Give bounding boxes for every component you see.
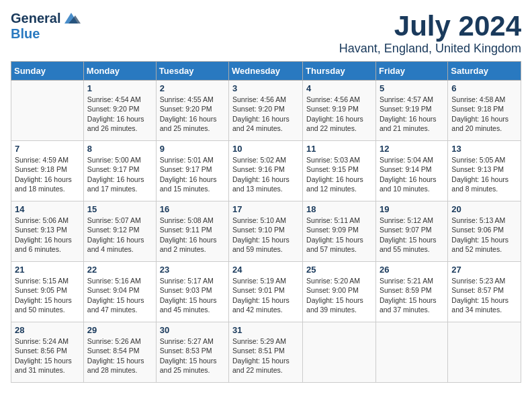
calendar-cell: 26Sunrise: 5:21 AM Sunset: 8:59 PM Dayli… (375, 262, 447, 322)
calendar-cell: 24Sunrise: 5:19 AM Sunset: 9:01 PM Dayli… (229, 262, 303, 322)
day-content: Sunrise: 5:19 AM Sunset: 9:01 PM Dayligh… (232, 276, 299, 314)
day-number: 16 (160, 204, 225, 214)
calendar-cell: 4Sunrise: 4:56 AM Sunset: 9:19 PM Daylig… (303, 81, 376, 141)
logo-general-text: General (11, 11, 60, 26)
day-content: Sunrise: 4:57 AM Sunset: 9:19 PM Dayligh… (380, 95, 444, 133)
day-number: 18 (306, 204, 372, 214)
day-number: 19 (380, 204, 444, 214)
day-number: 6 (451, 83, 517, 93)
day-content: Sunrise: 5:15 AM Sunset: 9:05 PM Dayligh… (15, 276, 80, 314)
day-content: Sunrise: 5:26 AM Sunset: 8:54 PM Dayligh… (87, 336, 152, 375)
calendar-table: SundayMondayTuesdayWednesdayThursdayFrid… (11, 61, 521, 383)
logo-blue-text: Blue (11, 26, 40, 42)
day-content: Sunrise: 4:56 AM Sunset: 9:19 PM Dayligh… (306, 95, 372, 133)
weekday-header-monday: Monday (83, 62, 156, 81)
calendar-cell: 10Sunrise: 5:02 AM Sunset: 9:16 PM Dayli… (229, 141, 303, 201)
calendar-cell: 27Sunrise: 5:23 AM Sunset: 8:57 PM Dayli… (448, 262, 521, 322)
day-content: Sunrise: 5:12 AM Sunset: 9:07 PM Dayligh… (380, 216, 444, 254)
calendar-cell: 9Sunrise: 5:01 AM Sunset: 9:17 PM Daylig… (156, 141, 228, 201)
day-number: 2 (160, 83, 225, 93)
day-content: Sunrise: 5:06 AM Sunset: 9:13 PM Dayligh… (15, 216, 80, 254)
calendar-cell: 30Sunrise: 5:27 AM Sunset: 8:53 PM Dayli… (156, 322, 228, 383)
calendar-cell: 31Sunrise: 5:29 AM Sunset: 8:51 PM Dayli… (229, 322, 303, 383)
location-title: Havant, England, United Kingdom (339, 42, 521, 56)
calendar-cell: 2Sunrise: 4:55 AM Sunset: 9:20 PM Daylig… (156, 81, 228, 141)
day-content: Sunrise: 5:29 AM Sunset: 8:51 PM Dayligh… (232, 336, 299, 375)
calendar-cell: 21Sunrise: 5:15 AM Sunset: 9:05 PM Dayli… (11, 262, 84, 322)
header: General Blue July 2024 Havant, England, … (11, 11, 521, 56)
day-number: 5 (380, 83, 444, 93)
weekday-header-sunday: Sunday (11, 62, 84, 81)
calendar-cell: 1Sunrise: 4:54 AM Sunset: 9:20 PM Daylig… (83, 81, 156, 141)
calendar-cell: 14Sunrise: 5:06 AM Sunset: 9:13 PM Dayli… (11, 201, 84, 262)
logo: General Blue (11, 11, 81, 42)
day-number: 3 (232, 83, 299, 93)
day-number: 21 (15, 265, 80, 275)
day-number: 1 (87, 83, 152, 93)
title-area: July 2024 Havant, England, United Kingdo… (339, 11, 521, 56)
calendar-cell: 25Sunrise: 5:20 AM Sunset: 9:00 PM Dayli… (303, 262, 376, 322)
calendar-cell: 6Sunrise: 4:58 AM Sunset: 9:18 PM Daylig… (448, 81, 521, 141)
logo-icon (62, 11, 81, 26)
day-number: 7 (15, 144, 80, 154)
day-content: Sunrise: 5:07 AM Sunset: 9:12 PM Dayligh… (87, 216, 152, 254)
day-content: Sunrise: 5:11 AM Sunset: 9:09 PM Dayligh… (306, 216, 372, 254)
calendar-cell: 20Sunrise: 5:13 AM Sunset: 9:06 PM Dayli… (448, 201, 521, 262)
day-content: Sunrise: 5:04 AM Sunset: 9:14 PM Dayligh… (380, 155, 444, 193)
day-number: 14 (15, 204, 80, 214)
weekday-header-tuesday: Tuesday (156, 62, 228, 81)
day-content: Sunrise: 5:02 AM Sunset: 9:16 PM Dayligh… (232, 155, 299, 193)
calendar-cell: 19Sunrise: 5:12 AM Sunset: 9:07 PM Dayli… (375, 201, 447, 262)
day-content: Sunrise: 5:24 AM Sunset: 8:56 PM Dayligh… (15, 336, 80, 375)
day-content: Sunrise: 5:17 AM Sunset: 9:03 PM Dayligh… (160, 276, 225, 314)
calendar-cell (11, 81, 84, 141)
day-content: Sunrise: 4:58 AM Sunset: 9:18 PM Dayligh… (451, 95, 517, 133)
weekday-header-row: SundayMondayTuesdayWednesdayThursdayFrid… (11, 62, 521, 81)
day-number: 17 (232, 204, 299, 214)
weekday-header-wednesday: Wednesday (229, 62, 303, 81)
calendar-cell: 29Sunrise: 5:26 AM Sunset: 8:54 PM Dayli… (83, 322, 156, 383)
day-content: Sunrise: 4:59 AM Sunset: 9:18 PM Dayligh… (15, 155, 80, 193)
day-number: 15 (87, 204, 152, 214)
calendar-cell: 5Sunrise: 4:57 AM Sunset: 9:19 PM Daylig… (375, 81, 447, 141)
day-number: 20 (451, 204, 517, 214)
calendar-cell: 3Sunrise: 4:56 AM Sunset: 9:20 PM Daylig… (229, 81, 303, 141)
day-content: Sunrise: 5:05 AM Sunset: 9:13 PM Dayligh… (451, 155, 517, 193)
day-content: Sunrise: 5:01 AM Sunset: 9:17 PM Dayligh… (160, 155, 225, 193)
day-number: 25 (306, 265, 372, 275)
day-number: 23 (160, 265, 225, 275)
calendar-cell: 13Sunrise: 5:05 AM Sunset: 9:13 PM Dayli… (448, 141, 521, 201)
day-content: Sunrise: 5:27 AM Sunset: 8:53 PM Dayligh… (160, 336, 225, 375)
calendar-cell: 22Sunrise: 5:16 AM Sunset: 9:04 PM Dayli… (83, 262, 156, 322)
day-number: 12 (380, 144, 444, 154)
week-row-1: 1Sunrise: 4:54 AM Sunset: 9:20 PM Daylig… (11, 81, 521, 141)
day-number: 8 (87, 144, 152, 154)
day-number: 24 (232, 265, 299, 275)
day-number: 29 (87, 325, 152, 335)
calendar-cell: 23Sunrise: 5:17 AM Sunset: 9:03 PM Dayli… (156, 262, 228, 322)
day-content: Sunrise: 5:03 AM Sunset: 9:15 PM Dayligh… (306, 155, 372, 193)
day-number: 9 (160, 144, 225, 154)
week-row-3: 14Sunrise: 5:06 AM Sunset: 9:13 PM Dayli… (11, 201, 521, 262)
calendar-cell: 12Sunrise: 5:04 AM Sunset: 9:14 PM Dayli… (375, 141, 447, 201)
day-number: 10 (232, 144, 299, 154)
calendar-cell: 17Sunrise: 5:10 AM Sunset: 9:10 PM Dayli… (229, 201, 303, 262)
day-number: 4 (306, 83, 372, 93)
weekday-header-friday: Friday (375, 62, 447, 81)
week-row-5: 28Sunrise: 5:24 AM Sunset: 8:56 PM Dayli… (11, 322, 521, 383)
day-content: Sunrise: 5:10 AM Sunset: 9:10 PM Dayligh… (232, 216, 299, 254)
day-content: Sunrise: 4:55 AM Sunset: 9:20 PM Dayligh… (160, 95, 225, 133)
calendar-cell (448, 322, 521, 383)
day-content: Sunrise: 5:16 AM Sunset: 9:04 PM Dayligh… (87, 276, 152, 314)
day-content: Sunrise: 5:21 AM Sunset: 8:59 PM Dayligh… (380, 276, 444, 314)
day-content: Sunrise: 4:56 AM Sunset: 9:20 PM Dayligh… (232, 95, 299, 133)
calendar-cell: 11Sunrise: 5:03 AM Sunset: 9:15 PM Dayli… (303, 141, 376, 201)
calendar-cell (303, 322, 376, 383)
weekday-header-saturday: Saturday (448, 62, 521, 81)
day-content: Sunrise: 5:23 AM Sunset: 8:57 PM Dayligh… (451, 276, 517, 314)
calendar-cell (375, 322, 447, 383)
day-content: Sunrise: 5:08 AM Sunset: 9:11 PM Dayligh… (160, 216, 225, 254)
day-number: 27 (451, 265, 517, 275)
week-row-2: 7Sunrise: 4:59 AM Sunset: 9:18 PM Daylig… (11, 141, 521, 201)
day-number: 31 (232, 325, 299, 335)
